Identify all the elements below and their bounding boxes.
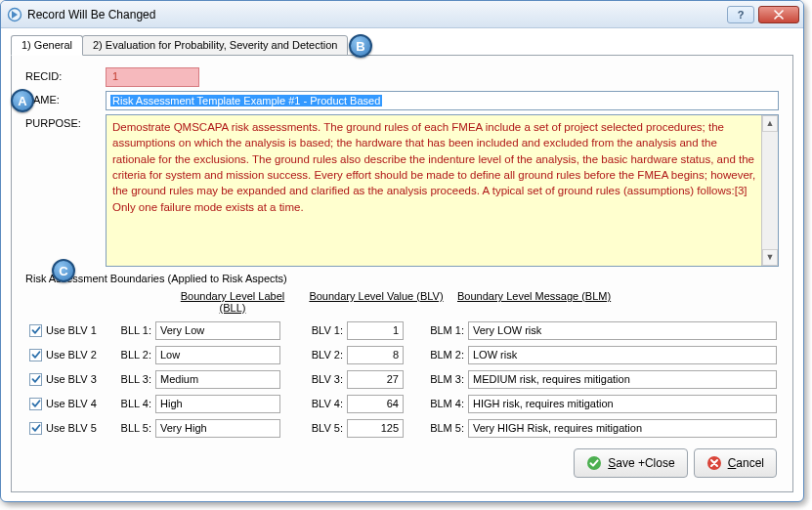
check-icon: [586, 455, 602, 471]
tab-panel-general: RECID: 1 NAME: Risk Assessment Template …: [11, 56, 793, 492]
boundary-row: Use BLV 1 BLL 1: Very Low BLV 1: 1 BLM 1…: [25, 319, 779, 341]
use-blv-checkbox[interactable]: [29, 349, 42, 361]
blm-num-label: BLM 3:: [417, 373, 464, 385]
save-rest: ave +Close: [616, 456, 674, 470]
use-blv-label: Use BLV 3: [46, 373, 110, 385]
blv-input[interactable]: 1: [347, 321, 404, 340]
blv-input[interactable]: 8: [347, 346, 404, 364]
blv-num-label: BLV 3:: [302, 373, 343, 385]
name-field[interactable]: Risk Assessment Template Example #1 - Pr…: [106, 91, 779, 110]
boundary-row: Use BLV 4 BLL 4: High BLV 4: 64 BLM 4: H…: [25, 393, 779, 414]
titlebar[interactable]: Record Will Be Changed ?: [1, 1, 803, 28]
cancel-icon: [706, 455, 722, 471]
scroll-down-icon[interactable]: ▼: [762, 249, 778, 266]
help-button[interactable]: ?: [727, 6, 754, 23]
boundary-row: Use BLV 2 BLL 2: Low BLV 2: 8 BLM 2: LOW…: [25, 344, 779, 365]
cancel-button[interactable]: Cancel: [694, 448, 777, 478]
recid-field[interactable]: 1: [106, 67, 199, 87]
purpose-label: PURPOSE:: [25, 114, 106, 129]
tab-general[interactable]: 1) General: [11, 35, 83, 56]
boundary-row: Use BLV 3 BLL 3: Medium BLV 3: 27 BLM 3:…: [25, 368, 779, 390]
bll-input[interactable]: Low: [155, 346, 280, 364]
app-icon: [7, 7, 22, 22]
use-blv-label: Use BLV 1: [46, 324, 110, 336]
blm-num-label: BLM 4:: [417, 398, 464, 409]
blv-num-label: BLV 2:: [302, 349, 343, 361]
blv-num-label: BLV 5:: [302, 422, 343, 434]
bll-header: Boundary Level Label (BLL): [170, 290, 295, 314]
name-label: NAME:: [25, 91, 106, 106]
name-selection: Risk Assessment Template Example #1 - Pr…: [110, 95, 382, 106]
blv-header: Boundary Level Value (BLV): [303, 290, 449, 314]
blm-header: Boundary Level Message (BLM): [457, 290, 633, 314]
cancel-rest: ancel: [736, 456, 764, 470]
bll-num-label: BLL 3:: [110, 373, 151, 385]
purpose-text: Demostrate QMSCAPA risk assessments. The…: [112, 121, 758, 213]
blm-input[interactable]: HIGH risk, requires mitigation: [468, 395, 777, 413]
use-blv-label: Use BLV 2: [46, 349, 110, 361]
blm-input[interactable]: LOW risk: [468, 346, 777, 364]
bll-num-label: BLL 4:: [110, 398, 151, 409]
bll-input[interactable]: High: [155, 395, 280, 413]
blm-num-label: BLM 1:: [417, 324, 464, 336]
use-blv-checkbox[interactable]: [29, 422, 42, 435]
use-blv-checkbox[interactable]: [29, 373, 42, 386]
tabstrip: 1) General 2) Evaluation for Probability…: [11, 34, 793, 56]
blv-input[interactable]: 64: [347, 395, 404, 413]
bll-num-label: BLL 1:: [110, 324, 151, 336]
boundaries-group-label: Risk Assessment Boundaries (Applied to R…: [25, 273, 779, 284]
purpose-field[interactable]: Demostrate QMSCAPA risk assessments. The…: [106, 114, 779, 267]
recid-label: RECID:: [25, 67, 106, 82]
close-button[interactable]: [758, 6, 799, 23]
bll-num-label: BLL 2:: [110, 349, 151, 361]
blm-num-label: BLM 2:: [417, 349, 464, 361]
bll-input[interactable]: Medium: [155, 370, 280, 389]
blv-num-label: BLV 1:: [302, 324, 343, 336]
blm-input[interactable]: MEDIUM risk, requires mitigation: [468, 370, 777, 389]
bll-input[interactable]: Very Low: [155, 321, 280, 340]
boundary-row: Use BLV 5 BLL 5: Very High BLV 5: 125 BL…: [25, 417, 779, 439]
blv-input[interactable]: 27: [347, 370, 404, 389]
blv-input[interactable]: 125: [347, 419, 404, 438]
bll-input[interactable]: Very High: [155, 419, 280, 438]
bll-num-label: BLL 5:: [110, 422, 151, 434]
blm-input[interactable]: Very LOW risk: [468, 321, 777, 340]
use-blv-label: Use BLV 4: [46, 398, 110, 409]
blm-input[interactable]: Very HIGH Risk, requires mitigation: [468, 419, 777, 438]
window-title: Record Will Be Changed: [27, 8, 727, 21]
blv-num-label: BLV 4:: [302, 398, 343, 409]
dialog-window: Record Will Be Changed ? 1) General 2) E…: [0, 0, 804, 502]
use-blv-label: Use BLV 5: [46, 422, 110, 434]
use-blv-checkbox[interactable]: [29, 398, 42, 410]
scroll-up-icon[interactable]: ▲: [762, 115, 778, 132]
tab-evaluation[interactable]: 2) Evaluation for Probability, Severity …: [82, 35, 348, 56]
save-close-button[interactable]: Save +Close: [574, 448, 687, 478]
cancel-accel: C: [728, 456, 737, 470]
purpose-scrollbar[interactable]: ▲ ▼: [761, 115, 778, 266]
use-blv-checkbox[interactable]: [29, 324, 42, 337]
blm-num-label: BLM 5:: [417, 422, 464, 434]
